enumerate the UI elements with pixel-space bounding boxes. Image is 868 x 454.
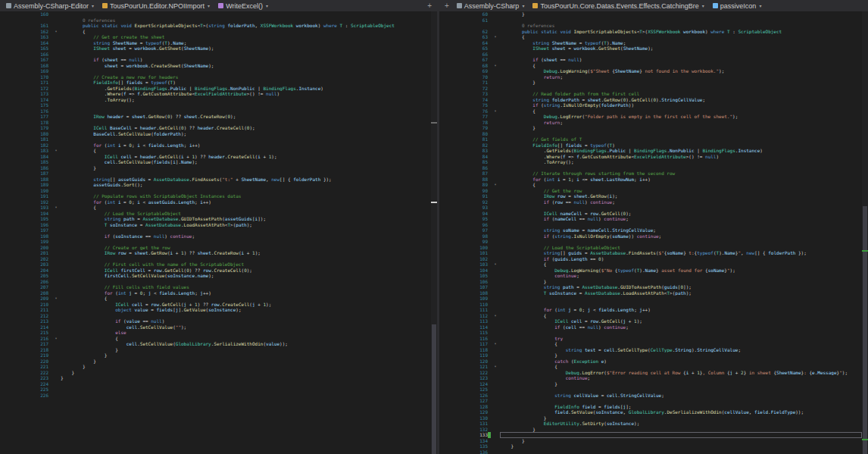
code-line[interactable]: 220 }	[0, 359, 431, 365]
code-line[interactable]: 132 }	[439, 427, 862, 433]
code-line[interactable]: 75 if (string.IsNullOrEmpty(folderPath))	[439, 102, 862, 108]
code-line[interactable]: 196 T soInstance = AssetDatabase.LoadAss…	[0, 222, 431, 228]
code-line[interactable]: 77 Debug.LogError("Folder path is empty …	[439, 114, 862, 120]
code-line[interactable]: 219 }	[0, 352, 431, 359]
code-line[interactable]: 85 .ToArray();	[439, 159, 862, 165]
code-line[interactable]: 61	[439, 17, 862, 23]
code-line[interactable]: 91 IRow row = sheet.GetRow(i);	[439, 193, 862, 199]
code-line[interactable]: 191 // Populate rows with ScriptableObje…	[0, 193, 431, 199]
code-line[interactable]: 115	[439, 330, 862, 336]
fold-chevron-icon[interactable]: ▾	[491, 364, 500, 370]
fold-chevron-icon[interactable]: ▾	[52, 29, 61, 35]
code-line[interactable]: 183▾ {	[0, 148, 431, 154]
code-line[interactable]: 195 string path = AssetDatabase.GUIDToAs…	[0, 216, 431, 222]
code-line[interactable]: 105 continue;	[439, 273, 862, 279]
code-line[interactable]: 71 }	[439, 80, 862, 86]
code-line[interactable]: 188 string[] assetGuids = AssetDatabase.…	[0, 177, 431, 183]
code-line[interactable]: 210 ICell cell = row.GetCell(j + 1) ?? r…	[0, 302, 431, 308]
scrollbar-left[interactable]	[431, 11, 437, 454]
code-line[interactable]: 212	[0, 313, 431, 319]
code-line[interactable]: 161 public static void ExportScriptableO…	[0, 23, 431, 29]
code-line[interactable]: 211 object value = fields[j].GetValue(so…	[0, 307, 431, 313]
code-line[interactable]: 128 FieldInfo field = fields[j];	[439, 404, 862, 410]
code-line[interactable]: 78 return;	[439, 120, 862, 126]
code-line[interactable]: 222 }	[0, 370, 431, 376]
code-line[interactable]: 101 string[] guids = AssetDatabase.FindA…	[439, 250, 862, 256]
fold-chevron-icon[interactable]: ▾	[491, 34, 500, 40]
code-line[interactable]: 94 ICell nameCell = row.GetCell(0);	[439, 211, 862, 217]
code-line[interactable]: 202	[0, 256, 431, 262]
code-line[interactable]: 213 if (value == null)	[0, 318, 431, 324]
code-line[interactable]: 174 .ToArray();	[0, 97, 431, 103]
code-line[interactable]: 89▾ {	[439, 182, 862, 188]
fold-chevron-icon[interactable]: ▾	[52, 205, 61, 211]
code-line[interactable]: 135 }	[439, 443, 862, 449]
code-line[interactable]: 86	[439, 165, 862, 171]
code-line[interactable]: 103▾ {	[439, 261, 862, 268]
code-line[interactable]: 170 // Create a new row for headers	[0, 74, 431, 80]
code-line[interactable]: 119 }	[439, 352, 862, 359]
code-line[interactable]: 165 ISheet sheet = workbook.GetSheet(She…	[0, 45, 431, 52]
class-dropdown[interactable]: TousPourUn.Editor.NPOIImport ▾	[98, 0, 214, 11]
code-line[interactable]: 172 .GetFields(BindingFlags.Public | Bin…	[0, 86, 431, 92]
fold-chevron-icon[interactable]: ▾	[491, 182, 500, 188]
code-line[interactable]: 122 Debug.LogError($"Error reading cell …	[439, 370, 862, 376]
code-line[interactable]: 181	[0, 136, 431, 142]
code-line[interactable]: 82 FieldInfo[] fields = typeof(T)	[439, 142, 862, 149]
code-line[interactable]: 130 }	[439, 415, 862, 421]
code-line[interactable]: 182 for (int i = 0; i < fields.Length; i…	[0, 142, 431, 149]
code-line[interactable]: 163 // Get or create the sheet	[0, 34, 431, 40]
fold-chevron-icon[interactable]: ▾	[52, 296, 61, 302]
code-line[interactable]: 187	[0, 171, 431, 177]
code-line[interactable]: 70 return;	[439, 74, 862, 80]
code-line[interactable]: 127	[439, 398, 862, 404]
fold-chevron-icon[interactable]: ▾	[491, 108, 500, 114]
code-line[interactable]: 116 try	[439, 336, 862, 342]
project-dropdown[interactable]: Assembly-CSharp ▾	[453, 0, 529, 11]
code-line[interactable]: 224	[0, 381, 431, 387]
code-line[interactable]: 125	[439, 387, 862, 393]
code-editor-left[interactable]: 160 0 references161 public static void E…	[0, 11, 431, 454]
code-line[interactable]: 197	[0, 227, 431, 233]
code-line[interactable]: 118 string test = cell.SetCellType(CellT…	[439, 347, 862, 353]
code-line[interactable]: 221 }	[0, 364, 431, 370]
code-line[interactable]: 72	[439, 86, 862, 92]
code-line[interactable]: 111 for (int j = 0; j < fields.Length; j…	[439, 307, 862, 313]
code-line[interactable]: 95 if (nameCell == null) continue;	[439, 216, 862, 222]
code-line[interactable]: 109	[439, 296, 862, 302]
code-line[interactable]: 136	[439, 449, 862, 454]
fold-chevron-icon[interactable]: ▾	[491, 313, 500, 319]
code-line[interactable]: 100 // Load the ScriptableObject	[439, 245, 862, 251]
code-line[interactable]: 179 ICell BaseCell = header.GetCell(0) ?…	[0, 125, 431, 131]
code-line[interactable]: 203 // First cell with the name of the S…	[0, 261, 431, 268]
code-line[interactable]: 185 cell.SetCellValue(fields[i].Name);	[0, 159, 431, 165]
code-line[interactable]: 168 sheet = workbook.CreateSheet(SheetNa…	[0, 63, 431, 69]
code-line[interactable]: 114 if (cell == null) continue;	[439, 324, 862, 330]
fold-chevron-icon[interactable]: ▾	[52, 336, 61, 342]
code-line[interactable]: 225	[0, 387, 431, 393]
code-line[interactable]: 68▾ {	[439, 63, 862, 69]
code-line[interactable]: 97 string soName = nameCell.StringCellVa…	[439, 227, 862, 233]
code-line[interactable]: 131 EditorUtility.SetDirty(soInstance);	[439, 421, 862, 427]
code-line[interactable]: 63▾ {	[439, 34, 862, 40]
code-line[interactable]: 162▾ {	[0, 29, 431, 35]
fold-chevron-icon[interactable]: ▾	[491, 261, 500, 268]
code-line[interactable]: 102 if (guids.Length == 0)	[439, 256, 862, 262]
code-line[interactable]: 80	[439, 131, 862, 137]
code-line[interactable]: 98 if (string.IsNullOrEmpty(soName)) con…	[439, 233, 862, 240]
codelens-line[interactable]: 0 references	[0, 17, 431, 23]
code-line[interactable]: 107 string path = AssetDatabase.GUIDToAs…	[439, 284, 862, 290]
code-line[interactable]: 217 cell.SetCellValue(GlobalLibrary.Serl…	[0, 341, 431, 347]
code-line[interactable]: 214 cell.SetCellValue("");	[0, 324, 431, 330]
code-line[interactable]: 87 // Iterate through rows starting from…	[439, 171, 862, 177]
code-line[interactable]: 62 public static void ImportScriptableOb…	[439, 29, 862, 35]
scrollbar-thumb[interactable]	[863, 206, 867, 454]
code-line[interactable]: 73 // Read folder path from the first ce…	[439, 91, 862, 97]
code-line[interactable]: 66	[439, 52, 862, 58]
code-line[interactable]: 167 if (sheet == null)	[0, 57, 431, 63]
code-line[interactable]: 208 for (int j = 0; j < fields.Length; j…	[0, 290, 431, 296]
code-line[interactable]: 160	[0, 11, 431, 17]
code-line[interactable]: 194 // Load the ScriptableObject	[0, 211, 431, 217]
code-line[interactable]: 176	[0, 108, 431, 114]
code-line[interactable]: 88 for (int i = 1; i <= sheet.LastRowNum…	[439, 177, 862, 183]
